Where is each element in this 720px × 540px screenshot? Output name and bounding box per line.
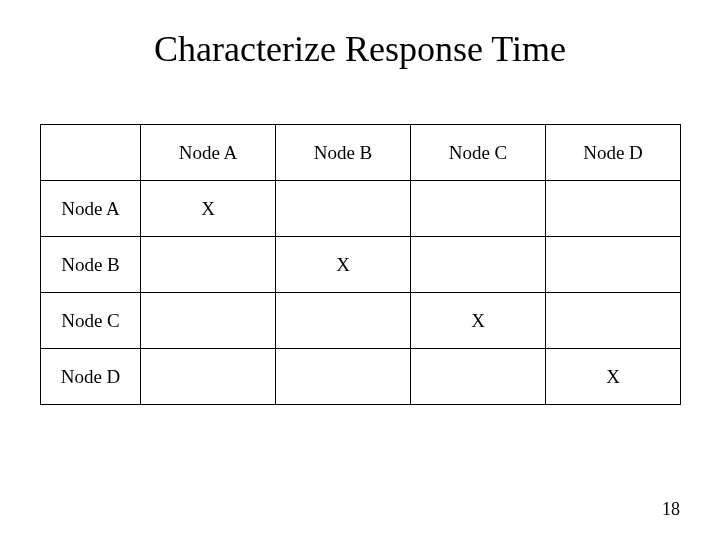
table-header-row: Node A Node B Node C Node D xyxy=(41,125,681,181)
slide-title: Characterize Response Time xyxy=(40,28,680,70)
table-cell: X xyxy=(276,237,411,293)
table-cell: X xyxy=(546,349,681,405)
row-header: Node D xyxy=(41,349,141,405)
table-row: Node B X xyxy=(41,237,681,293)
table-row: Node A X xyxy=(41,181,681,237)
page-number: 18 xyxy=(662,499,680,520)
col-header: Node B xyxy=(276,125,411,181)
table-row: Node D X xyxy=(41,349,681,405)
table-cell xyxy=(546,237,681,293)
table-corner-cell xyxy=(41,125,141,181)
table-cell xyxy=(276,293,411,349)
col-header: Node C xyxy=(411,125,546,181)
col-header: Node D xyxy=(546,125,681,181)
table-cell xyxy=(141,237,276,293)
table-cell: X xyxy=(141,181,276,237)
table-cell xyxy=(546,293,681,349)
table-cell xyxy=(276,349,411,405)
table-cell: X xyxy=(411,293,546,349)
col-header: Node A xyxy=(141,125,276,181)
row-header: Node A xyxy=(41,181,141,237)
table-cell xyxy=(411,349,546,405)
response-time-table: Node A Node B Node C Node D Node A X Nod… xyxy=(40,124,681,405)
row-header: Node C xyxy=(41,293,141,349)
table-cell xyxy=(411,181,546,237)
table-row: Node C X xyxy=(41,293,681,349)
table-cell xyxy=(141,349,276,405)
row-header: Node B xyxy=(41,237,141,293)
table-cell xyxy=(546,181,681,237)
table-cell xyxy=(141,293,276,349)
table-cell xyxy=(411,237,546,293)
table-cell xyxy=(276,181,411,237)
